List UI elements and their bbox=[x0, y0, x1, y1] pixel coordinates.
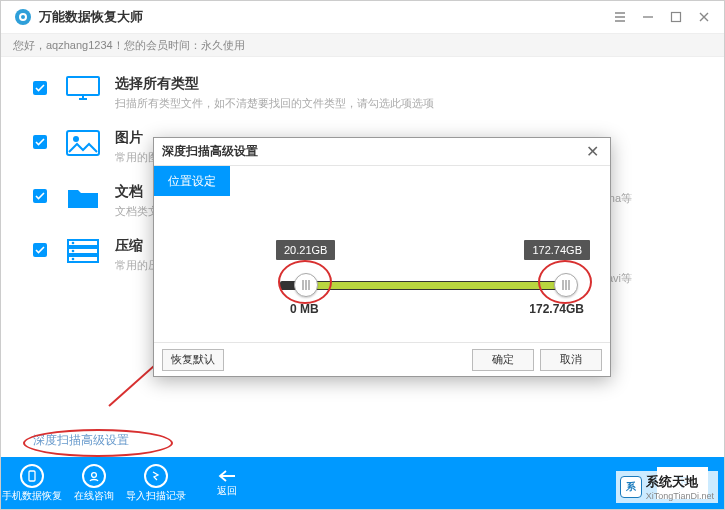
watermark: 系 系统天地 XiTongTianDi.net bbox=[616, 471, 718, 503]
checkbox-icon[interactable] bbox=[33, 189, 47, 203]
slider-handle-right[interactable] bbox=[554, 273, 578, 297]
svg-rect-1 bbox=[67, 77, 99, 95]
app-title: 万能数据恢复大师 bbox=[39, 8, 143, 26]
maximize-button[interactable] bbox=[662, 5, 690, 29]
back-label: 返回 bbox=[217, 484, 237, 498]
import-icon bbox=[144, 464, 168, 488]
headset-icon bbox=[82, 464, 106, 488]
monitor-icon bbox=[65, 75, 101, 103]
cancel-button[interactable]: 取消 bbox=[540, 349, 602, 371]
image-icon bbox=[65, 129, 101, 157]
back-arrow-icon bbox=[217, 469, 237, 483]
slider-tooltip-left: 20.21GB bbox=[276, 240, 335, 260]
watermark-logo-icon: 系 bbox=[620, 476, 642, 498]
svg-point-8 bbox=[72, 250, 75, 253]
svg-point-9 bbox=[72, 258, 75, 261]
advanced-scan-link[interactable]: 深度扫描高级设置 bbox=[33, 432, 129, 449]
slider-min-label: 0 MB bbox=[290, 302, 319, 316]
phone-icon bbox=[20, 464, 44, 488]
slider-max-label: 172.74GB bbox=[529, 302, 584, 316]
dialog-footer: 恢复默认 确定 取消 bbox=[154, 342, 610, 376]
phone-recovery-button[interactable]: 手机数据恢复 bbox=[1, 457, 63, 509]
range-slider-area: 20.21GB 172.74GB 0 MB 172.74GB bbox=[154, 196, 610, 326]
ok-button[interactable]: 确定 bbox=[472, 349, 534, 371]
slider-tooltip-right: 172.74GB bbox=[524, 240, 590, 260]
user-greeting: 您好，aqzhang1234！您的会员时间：永久使用 bbox=[13, 38, 245, 53]
dialog-header: 深度扫描高级设置 ✕ bbox=[154, 138, 610, 166]
svg-rect-0 bbox=[672, 13, 681, 22]
bot-label: 手机数据恢复 bbox=[2, 489, 62, 503]
minimize-button[interactable] bbox=[634, 5, 662, 29]
slider-handle-left[interactable] bbox=[294, 273, 318, 297]
advanced-settings-dialog: 深度扫描高级设置 ✕ 位置设定 20.21GB 172.74GB 0 MB 17… bbox=[153, 137, 611, 377]
svg-rect-11 bbox=[29, 471, 35, 481]
svg-point-12 bbox=[92, 472, 97, 477]
bot-label: 在线咨询 bbox=[74, 489, 114, 503]
online-chat-button[interactable]: 在线咨询 bbox=[63, 457, 125, 509]
bot-label: 导入扫描记录 bbox=[126, 489, 186, 503]
tab-position[interactable]: 位置设定 bbox=[154, 166, 230, 196]
svg-point-3 bbox=[73, 136, 79, 142]
reset-button[interactable]: 恢复默认 bbox=[162, 349, 224, 371]
dialog-title: 深度扫描高级设置 bbox=[162, 143, 582, 160]
type-desc: 扫描所有类型文件，如不清楚要找回的文件类型，请勾选此项选项 bbox=[115, 96, 434, 111]
checkbox-icon[interactable] bbox=[33, 81, 47, 95]
app-logo-icon bbox=[15, 9, 31, 25]
watermark-brand: 系统天地 bbox=[646, 474, 698, 489]
folder-icon bbox=[65, 183, 101, 211]
checkbox-icon[interactable] bbox=[33, 243, 47, 257]
menu-button[interactable] bbox=[606, 5, 634, 29]
svg-point-7 bbox=[72, 242, 75, 245]
user-info-bar: 您好，aqzhang1234！您的会员时间：永久使用 bbox=[1, 33, 724, 57]
type-title: 选择所有类型 bbox=[115, 75, 434, 93]
type-row-all[interactable]: 选择所有类型 扫描所有类型文件，如不清楚要找回的文件类型，请勾选此项选项 bbox=[33, 75, 692, 111]
dialog-close-button[interactable]: ✕ bbox=[582, 142, 602, 161]
slider-fill bbox=[304, 282, 568, 289]
archive-icon bbox=[65, 237, 101, 265]
title-bar: 万能数据恢复大师 bbox=[1, 1, 724, 33]
import-scan-button[interactable]: 导入扫描记录 bbox=[125, 457, 187, 509]
back-button[interactable]: 返回 bbox=[187, 457, 407, 509]
close-button[interactable] bbox=[690, 5, 718, 29]
watermark-url: XiTongTianDi.net bbox=[646, 491, 714, 501]
checkbox-icon[interactable] bbox=[33, 135, 47, 149]
